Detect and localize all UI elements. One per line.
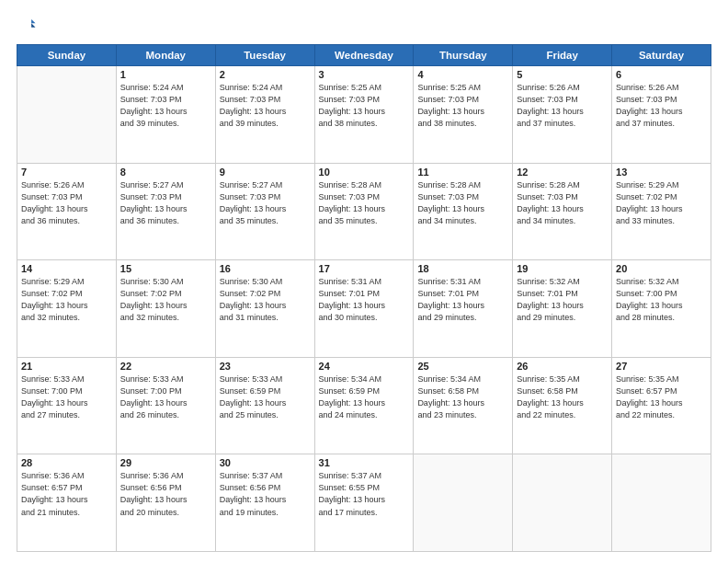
calendar-cell: 10Sunrise: 5:28 AMSunset: 7:03 PMDayligh… [314, 163, 414, 260]
calendar-cell [612, 454, 711, 552]
page: SundayMondayTuesdayWednesdayThursdayFrid… [0, 0, 728, 563]
day-info: Sunrise: 5:31 AMSunset: 7:01 PMDaylight:… [417, 276, 508, 324]
day-info: Sunrise: 5:35 AMSunset: 6:57 PMDaylight:… [616, 373, 707, 421]
week-row-3: 14Sunrise: 5:29 AMSunset: 7:02 PMDayligh… [17, 260, 711, 358]
day-info: Sunrise: 5:36 AMSunset: 6:56 PMDaylight:… [120, 470, 211, 518]
calendar-body: 1Sunrise: 5:24 AMSunset: 7:03 PMDaylight… [17, 66, 711, 552]
calendar-cell [17, 66, 117, 164]
day-number: 9 [220, 167, 311, 178]
svg-marker-0 [31, 19, 35, 23]
weekday-header-friday: Friday [513, 45, 612, 66]
day-info: Sunrise: 5:32 AMSunset: 7:00 PMDaylight:… [616, 276, 707, 324]
day-number: 13 [616, 167, 707, 178]
calendar-cell: 6Sunrise: 5:26 AMSunset: 7:03 PMDaylight… [612, 66, 711, 164]
day-info: Sunrise: 5:25 AMSunset: 7:03 PMDaylight:… [417, 82, 508, 130]
day-number: 24 [319, 361, 410, 372]
week-row-2: 7Sunrise: 5:26 AMSunset: 7:03 PMDaylight… [17, 163, 711, 260]
day-number: 20 [616, 263, 707, 274]
weekday-header-tuesday: Tuesday [215, 45, 314, 66]
day-number: 17 [319, 263, 410, 274]
day-info: Sunrise: 5:26 AMSunset: 7:03 PMDaylight:… [21, 179, 112, 227]
calendar-cell [513, 454, 612, 552]
calendar-table: SundayMondayTuesdayWednesdayThursdayFrid… [17, 44, 711, 552]
calendar-cell: 26Sunrise: 5:35 AMSunset: 6:58 PMDayligh… [513, 357, 612, 454]
calendar-cell: 12Sunrise: 5:28 AMSunset: 7:03 PMDayligh… [513, 163, 612, 260]
day-info: Sunrise: 5:34 AMSunset: 6:59 PMDaylight:… [319, 373, 410, 421]
day-number: 12 [517, 167, 608, 178]
calendar-cell: 11Sunrise: 5:28 AMSunset: 7:03 PMDayligh… [414, 163, 513, 260]
day-info: Sunrise: 5:31 AMSunset: 7:01 PMDaylight:… [319, 276, 410, 324]
calendar-cell: 13Sunrise: 5:29 AMSunset: 7:02 PMDayligh… [612, 163, 711, 260]
day-number: 25 [417, 361, 508, 372]
week-row-1: 1Sunrise: 5:24 AMSunset: 7:03 PMDaylight… [17, 66, 711, 164]
calendar-cell: 17Sunrise: 5:31 AMSunset: 7:01 PMDayligh… [314, 260, 414, 358]
day-info: Sunrise: 5:28 AMSunset: 7:03 PMDaylight:… [417, 179, 508, 227]
calendar-cell: 28Sunrise: 5:36 AMSunset: 6:57 PMDayligh… [17, 454, 117, 552]
calendar-cell: 27Sunrise: 5:35 AMSunset: 6:57 PMDayligh… [612, 357, 711, 454]
calendar-cell: 16Sunrise: 5:30 AMSunset: 7:02 PMDayligh… [215, 260, 314, 358]
day-info: Sunrise: 5:30 AMSunset: 7:02 PMDaylight:… [120, 276, 211, 324]
calendar-cell: 3Sunrise: 5:25 AMSunset: 7:03 PMDaylight… [314, 66, 414, 164]
logo [17, 17, 39, 37]
calendar-cell: 2Sunrise: 5:24 AMSunset: 7:03 PMDaylight… [215, 66, 314, 164]
calendar-cell: 4Sunrise: 5:25 AMSunset: 7:03 PMDaylight… [414, 66, 513, 164]
calendar-cell: 24Sunrise: 5:34 AMSunset: 6:59 PMDayligh… [314, 357, 414, 454]
calendar-cell: 25Sunrise: 5:34 AMSunset: 6:58 PMDayligh… [414, 357, 513, 454]
day-number: 7 [21, 167, 112, 178]
calendar-cell: 5Sunrise: 5:26 AMSunset: 7:03 PMDaylight… [513, 66, 612, 164]
calendar-cell: 9Sunrise: 5:27 AMSunset: 7:03 PMDaylight… [215, 163, 314, 260]
day-number: 22 [120, 361, 211, 372]
day-info: Sunrise: 5:35 AMSunset: 6:58 PMDaylight:… [517, 373, 608, 421]
day-info: Sunrise: 5:25 AMSunset: 7:03 PMDaylight:… [319, 82, 410, 130]
day-info: Sunrise: 5:36 AMSunset: 6:57 PMDaylight:… [21, 470, 112, 518]
calendar-cell: 30Sunrise: 5:37 AMSunset: 6:56 PMDayligh… [215, 454, 314, 552]
day-info: Sunrise: 5:37 AMSunset: 6:56 PMDaylight:… [220, 470, 311, 518]
day-number: 5 [517, 69, 608, 80]
day-info: Sunrise: 5:24 AMSunset: 7:03 PMDaylight:… [220, 82, 311, 130]
day-number: 2 [220, 69, 311, 80]
day-number: 14 [21, 263, 112, 274]
day-info: Sunrise: 5:37 AMSunset: 6:55 PMDaylight:… [319, 470, 410, 518]
day-number: 4 [417, 69, 508, 80]
day-number: 6 [616, 69, 707, 80]
weekday-header-monday: Monday [116, 45, 215, 66]
day-number: 18 [417, 263, 508, 274]
day-info: Sunrise: 5:33 AMSunset: 6:59 PMDaylight:… [220, 373, 311, 421]
calendar-cell: 21Sunrise: 5:33 AMSunset: 7:00 PMDayligh… [17, 357, 117, 454]
day-number: 3 [319, 69, 410, 80]
day-number: 23 [220, 361, 311, 372]
logo-icon [17, 17, 37, 37]
weekday-header-thursday: Thursday [414, 45, 513, 66]
week-row-5: 28Sunrise: 5:36 AMSunset: 6:57 PMDayligh… [17, 454, 711, 552]
weekday-header-sunday: Sunday [17, 45, 117, 66]
calendar-cell: 19Sunrise: 5:32 AMSunset: 7:01 PMDayligh… [513, 260, 612, 358]
day-number: 29 [120, 457, 211, 468]
day-info: Sunrise: 5:28 AMSunset: 7:03 PMDaylight:… [517, 179, 608, 227]
day-number: 19 [517, 263, 608, 274]
day-info: Sunrise: 5:29 AMSunset: 7:02 PMDaylight:… [616, 179, 707, 227]
day-number: 15 [120, 263, 211, 274]
calendar-cell: 18Sunrise: 5:31 AMSunset: 7:01 PMDayligh… [414, 260, 513, 358]
calendar-cell: 22Sunrise: 5:33 AMSunset: 7:00 PMDayligh… [116, 357, 215, 454]
day-number: 31 [319, 457, 410, 468]
day-info: Sunrise: 5:33 AMSunset: 7:00 PMDaylight:… [21, 373, 112, 421]
svg-marker-1 [31, 23, 35, 27]
day-info: Sunrise: 5:29 AMSunset: 7:02 PMDaylight:… [21, 276, 112, 324]
day-number: 10 [319, 167, 410, 178]
day-number: 27 [616, 361, 707, 372]
day-info: Sunrise: 5:24 AMSunset: 7:03 PMDaylight:… [120, 82, 211, 130]
day-number: 16 [220, 263, 311, 274]
day-info: Sunrise: 5:27 AMSunset: 7:03 PMDaylight:… [120, 179, 211, 227]
calendar-cell [414, 454, 513, 552]
calendar-cell: 14Sunrise: 5:29 AMSunset: 7:02 PMDayligh… [17, 260, 117, 358]
calendar-cell: 31Sunrise: 5:37 AMSunset: 6:55 PMDayligh… [314, 454, 414, 552]
week-row-4: 21Sunrise: 5:33 AMSunset: 7:00 PMDayligh… [17, 357, 711, 454]
weekday-header-saturday: Saturday [612, 45, 711, 66]
weekday-header-wednesday: Wednesday [314, 45, 414, 66]
calendar-cell: 23Sunrise: 5:33 AMSunset: 6:59 PMDayligh… [215, 357, 314, 454]
calendar-cell: 29Sunrise: 5:36 AMSunset: 6:56 PMDayligh… [116, 454, 215, 552]
day-info: Sunrise: 5:26 AMSunset: 7:03 PMDaylight:… [616, 82, 707, 130]
day-info: Sunrise: 5:30 AMSunset: 7:02 PMDaylight:… [220, 276, 311, 324]
calendar-cell: 20Sunrise: 5:32 AMSunset: 7:00 PMDayligh… [612, 260, 711, 358]
day-info: Sunrise: 5:33 AMSunset: 7:00 PMDaylight:… [120, 373, 211, 421]
